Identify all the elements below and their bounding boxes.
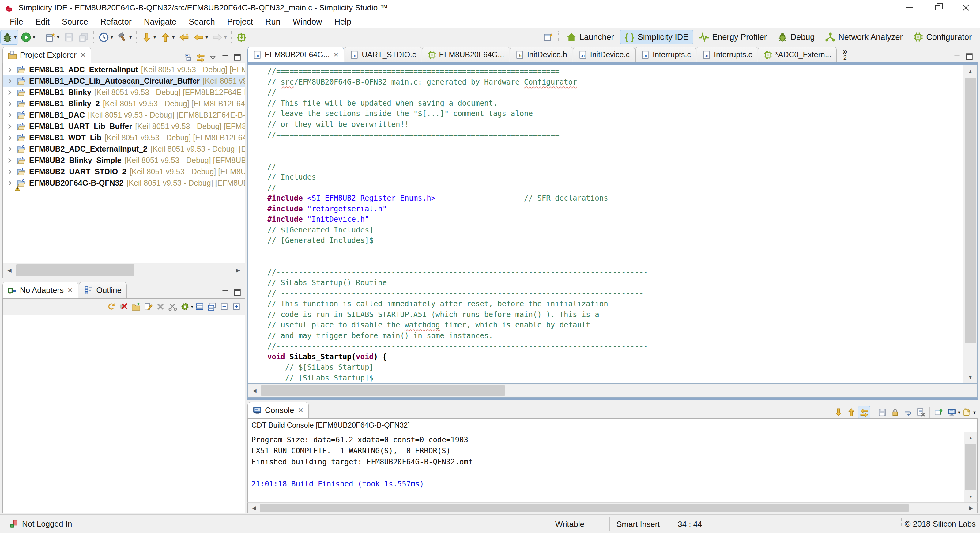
scroll-down-button[interactable] bbox=[832, 406, 845, 418]
scroll-up-button[interactable] bbox=[845, 406, 858, 418]
collapse-all-icon[interactable] bbox=[183, 51, 194, 63]
code-area[interactable]: −//=====================================… bbox=[267, 66, 960, 383]
last-edit-location-button[interactable]: ★ bbox=[177, 30, 191, 45]
project-row[interactable]: CEFM8UB20F64G-B-QFN32[Keil 8051 v9.53 - … bbox=[3, 177, 245, 189]
pin-console-button[interactable] bbox=[933, 406, 945, 418]
scroll-right-icon[interactable]: ▶ bbox=[231, 263, 245, 277]
rename-button[interactable] bbox=[142, 301, 154, 312]
expand-chevron-icon[interactable] bbox=[6, 66, 14, 74]
console-vscrollbar[interactable]: ▲ ▼ bbox=[964, 432, 977, 502]
editor-tab-interrupts-c[interactable]: .cInterrupts.c bbox=[697, 46, 757, 62]
dropdown-arrow-icon[interactable]: ▾ bbox=[958, 410, 960, 415]
project-row[interactable]: CEFM8LB1_ADC_ExternalInput[Keil 8051 v9.… bbox=[3, 64, 245, 75]
scroll-left-icon[interactable]: ◀ bbox=[248, 503, 260, 513]
perspective-energy-profiler[interactable]: Energy Profiler bbox=[694, 30, 772, 45]
minimize-button[interactable] bbox=[896, 0, 924, 15]
project-row[interactable]: CEFM8LB1_Blinky[Keil 8051 v9.53 - Debug]… bbox=[3, 87, 245, 98]
display-console-button[interactable] bbox=[946, 406, 958, 418]
dropdown-arrow-icon[interactable]: ▾ bbox=[14, 34, 16, 40]
dropdown-arrow-icon[interactable]: ▾ bbox=[153, 34, 156, 40]
menu-search[interactable]: Search bbox=[183, 16, 221, 27]
close-icon[interactable]: ✕ bbox=[298, 406, 303, 414]
dropdown-arrow-icon[interactable]: ▾ bbox=[172, 34, 175, 40]
editor-tab-efm8ub20f64g-[interactable]: EFM8UB20F64G... bbox=[422, 46, 510, 62]
expand-chevron-icon[interactable] bbox=[6, 123, 14, 130]
view-menu-icon[interactable] bbox=[207, 51, 219, 63]
detail-view-button[interactable] bbox=[194, 301, 205, 312]
dropdown-arrow-icon[interactable]: ▾ bbox=[191, 304, 193, 309]
expand-chevron-icon[interactable] bbox=[6, 145, 14, 153]
clear-console-button[interactable] bbox=[915, 406, 927, 418]
dropdown-arrow-icon[interactable]: ▾ bbox=[973, 410, 976, 415]
menu-help[interactable]: Help bbox=[328, 16, 357, 27]
editor-hscrollbar[interactable]: ◀ bbox=[247, 383, 978, 398]
delete-button[interactable] bbox=[155, 301, 166, 312]
expand-chevron-icon[interactable] bbox=[6, 89, 14, 97]
word-wrap-button[interactable] bbox=[902, 406, 914, 418]
project-row[interactable]: CEFM8UB2_UART_STDIO_2[Keil 8051 v9.53 - … bbox=[3, 166, 245, 177]
expand-chevron-icon[interactable] bbox=[6, 134, 14, 142]
scroll-down-icon[interactable]: ▼ bbox=[964, 491, 977, 502]
dropdown-arrow-icon[interactable]: ▾ bbox=[224, 34, 227, 40]
tab-overflow-button[interactable]: »2 bbox=[837, 46, 853, 62]
close-icon[interactable]: ✕ bbox=[334, 51, 339, 59]
menu-source[interactable]: Source bbox=[56, 16, 94, 27]
tab-outline[interactable]: Outline bbox=[79, 282, 127, 298]
expand-chevron-icon[interactable] bbox=[6, 179, 14, 187]
debug-button[interactable]: ▾ bbox=[0, 30, 18, 45]
menu-project[interactable]: Project bbox=[221, 16, 259, 27]
perspective-configurator[interactable]: Configurator bbox=[908, 30, 976, 45]
scroll-up-icon[interactable]: ▲ bbox=[964, 65, 977, 77]
menu-navigate[interactable]: Navigate bbox=[138, 16, 183, 27]
dropdown-arrow-icon[interactable]: ▾ bbox=[205, 34, 208, 40]
flash-programmer-button[interactable] bbox=[235, 30, 249, 45]
recent-launch-button[interactable]: ▾ bbox=[97, 30, 115, 45]
project-row[interactable]: CEFM8UB2_ADC_ExternalInput_2[Keil 8051 v… bbox=[3, 143, 245, 155]
build-button[interactable]: ▾ bbox=[115, 30, 134, 45]
editor-tab-uart-stdio-c[interactable]: .cUART_STDIO.c bbox=[345, 46, 421, 62]
dropdown-arrow-icon[interactable]: ▾ bbox=[33, 34, 35, 40]
tools-button[interactable] bbox=[167, 301, 178, 312]
project-row[interactable]: CEFM8UB2_Blinky_Simple[Keil 8051 v9.53 -… bbox=[3, 155, 245, 166]
console-hscrollbar[interactable]: ◀ ▶ bbox=[247, 502, 978, 513]
scroll-up-icon[interactable]: ▲ bbox=[964, 432, 977, 443]
editor-tab-interrupts-c[interactable]: .cInterrupts.c bbox=[635, 46, 696, 62]
menu-edit[interactable]: Edit bbox=[29, 16, 56, 27]
expand-chevron-icon[interactable] bbox=[6, 77, 14, 85]
new-wizard-button[interactable]: ★▾ bbox=[43, 30, 61, 45]
project-explorer-hscrollbar[interactable]: ◀ ▶ bbox=[3, 263, 245, 277]
collapse-button[interactable] bbox=[218, 301, 230, 312]
save-all-button[interactable] bbox=[76, 30, 91, 45]
dropdown-arrow-icon[interactable]: ▾ bbox=[129, 34, 132, 40]
refresh-button[interactable] bbox=[106, 301, 117, 312]
scroll-down-icon[interactable]: ▼ bbox=[964, 371, 977, 383]
link-editor-icon[interactable] bbox=[195, 51, 207, 63]
editor-tab-initdevice-c[interactable]: .cInitDevice.c bbox=[573, 46, 635, 62]
tab-project-explorer[interactable]: Project Explorer ✕ bbox=[2, 46, 91, 63]
project-row[interactable]: CEFM8LB1_WDT_Lib[Keil 8051 v9.53 - Debug… bbox=[3, 132, 245, 143]
menu-window[interactable]: Window bbox=[286, 16, 328, 27]
console-output[interactable]: Program Size: data=61.2 xdata=0 const=0 … bbox=[247, 432, 978, 502]
prev-annotation-button[interactable]: ▾ bbox=[158, 30, 177, 45]
open-perspective-button[interactable]: ★ bbox=[541, 30, 555, 45]
expand-chevron-icon[interactable] bbox=[6, 156, 14, 164]
editor-vscrollbar[interactable]: ▲ ▼ bbox=[963, 65, 977, 383]
open-console-button[interactable] bbox=[961, 406, 973, 418]
close-button[interactable] bbox=[952, 0, 980, 15]
perspective-debug[interactable]: Debug bbox=[773, 30, 819, 45]
tab-no-adapters[interactable]: No Adapters ✕ bbox=[2, 282, 78, 298]
link-console-button[interactable] bbox=[858, 406, 870, 418]
perspective-simplicity-ide[interactable]: { }Simplicity IDE bbox=[620, 30, 694, 45]
scroll-lock-button[interactable] bbox=[889, 406, 901, 418]
minimize-panel-icon[interactable] bbox=[219, 287, 231, 298]
menu-file[interactable]: File bbox=[4, 16, 29, 27]
editor-tab--adc0-extern-[interactable]: *ADC0_Extern... bbox=[758, 46, 836, 62]
scroll-right-icon[interactable]: ▶ bbox=[965, 503, 977, 513]
expand-chevron-icon[interactable] bbox=[6, 168, 14, 176]
minimize-icon[interactable] bbox=[219, 51, 231, 63]
project-row[interactable]: CEFM8LB1_DAC[Keil 8051 v9.53 - Debug] [E… bbox=[3, 109, 245, 121]
menu-refactor[interactable]: Refactor bbox=[94, 16, 138, 27]
minimize-editor-icon[interactable] bbox=[951, 51, 963, 62]
maximize-icon[interactable] bbox=[232, 51, 243, 63]
scrollbar-thumb[interactable] bbox=[965, 78, 976, 344]
